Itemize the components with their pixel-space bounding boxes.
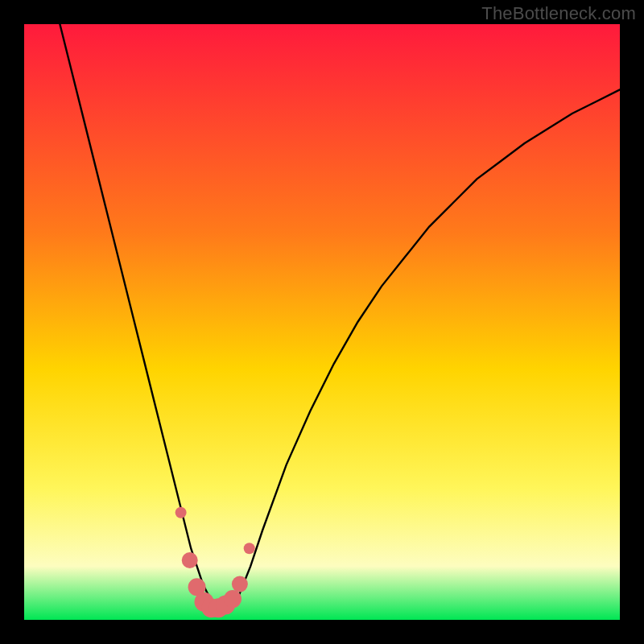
marker-dot	[244, 543, 255, 554]
marker-dot	[224, 590, 242, 608]
plot-area	[24, 24, 620, 620]
chart-frame: TheBottleneck.com	[0, 0, 644, 644]
bottleneck-chart	[24, 24, 620, 620]
gradient-background	[24, 24, 620, 620]
marker-dot	[232, 576, 248, 592]
marker-dot	[182, 552, 198, 568]
marker-dot	[175, 507, 187, 518]
watermark-text: TheBottleneck.com	[481, 3, 636, 24]
